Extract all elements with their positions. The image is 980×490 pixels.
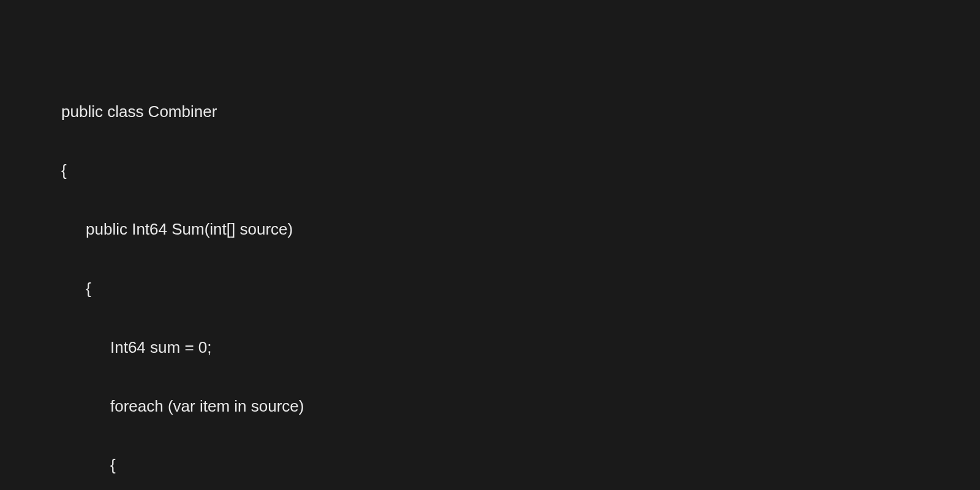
code-line: { bbox=[61, 274, 980, 303]
code-line: { bbox=[61, 156, 980, 185]
code-line: Int64 sum = 0; bbox=[61, 333, 980, 362]
code-line: foreach (var item in source) bbox=[61, 391, 980, 421]
code-snippet: public class Combiner { public Int64 Sum… bbox=[61, 67, 980, 490]
code-line: { bbox=[61, 450, 980, 480]
code-line: public Int64 Sum(int[] source) bbox=[61, 214, 980, 244]
code-line: public class Combiner bbox=[61, 97, 980, 126]
